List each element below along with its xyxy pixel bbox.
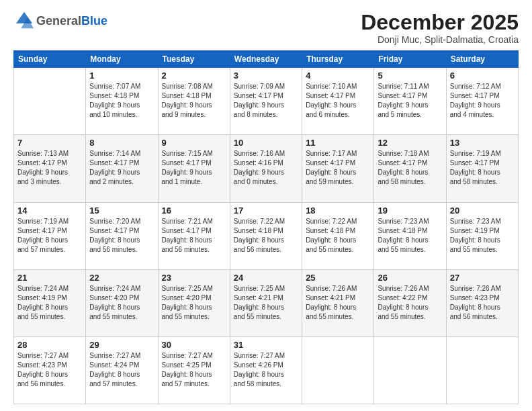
day-info: Sunrise: 7:17 AM Sunset: 4:17 PM Dayligh…: [306, 149, 370, 187]
day-info: Sunrise: 7:11 AM Sunset: 4:17 PM Dayligh…: [378, 82, 442, 120]
day-number: 14: [17, 205, 82, 216]
day-info: Sunrise: 7:26 AM Sunset: 4:22 PM Dayligh…: [378, 284, 442, 322]
day-info: Sunrise: 7:26 AM Sunset: 4:23 PM Dayligh…: [450, 284, 515, 322]
page: GeneralBlue December 2025 Donji Muc, Spl…: [0, 0, 532, 411]
calendar-cell: 14Sunrise: 7:19 AM Sunset: 4:17 PM Dayli…: [14, 202, 86, 269]
logo-blue: Blue: [81, 14, 107, 28]
calendar-cell: 5Sunrise: 7:11 AM Sunset: 4:17 PM Daylig…: [374, 68, 446, 135]
day-number: 11: [306, 138, 370, 148]
logo-icon: [15, 11, 34, 30]
calendar-cell: 27Sunrise: 7:26 AM Sunset: 4:23 PM Dayli…: [446, 269, 518, 336]
day-number: 16: [162, 205, 226, 216]
calendar-cell: 4Sunrise: 7:10 AM Sunset: 4:17 PM Daylig…: [302, 68, 374, 135]
day-info: Sunrise: 7:08 AM Sunset: 4:18 PM Dayligh…: [162, 82, 226, 120]
day-info: Sunrise: 7:24 AM Sunset: 4:19 PM Dayligh…: [17, 284, 82, 322]
day-info: Sunrise: 7:15 AM Sunset: 4:17 PM Dayligh…: [162, 149, 226, 187]
day-number: 7: [17, 138, 82, 148]
day-number: 30: [162, 340, 226, 350]
day-of-week-header: Thursday: [302, 51, 374, 68]
day-number: 17: [234, 205, 298, 216]
calendar-week-row: 21Sunrise: 7:24 AM Sunset: 4:19 PM Dayli…: [14, 269, 519, 336]
day-info: Sunrise: 7:22 AM Sunset: 4:18 PM Dayligh…: [234, 217, 298, 255]
month-title: December 2025: [361, 11, 519, 34]
calendar-cell: 30Sunrise: 7:27 AM Sunset: 4:25 PM Dayli…: [158, 336, 230, 404]
day-info: Sunrise: 7:16 AM Sunset: 4:16 PM Dayligh…: [234, 149, 298, 187]
day-number: 3: [234, 71, 298, 81]
day-info: Sunrise: 7:09 AM Sunset: 4:17 PM Dayligh…: [234, 82, 298, 120]
calendar-week-row: 7Sunrise: 7:13 AM Sunset: 4:17 PM Daylig…: [14, 135, 519, 202]
calendar-cell: 28Sunrise: 7:27 AM Sunset: 4:23 PM Dayli…: [14, 336, 86, 404]
day-info: Sunrise: 7:21 AM Sunset: 4:17 PM Dayligh…: [162, 217, 226, 255]
calendar-week-row: 14Sunrise: 7:19 AM Sunset: 4:17 PM Dayli…: [14, 202, 519, 269]
day-number: 18: [306, 205, 370, 216]
calendar-cell: 15Sunrise: 7:20 AM Sunset: 4:17 PM Dayli…: [86, 202, 158, 269]
calendar-cell: 18Sunrise: 7:22 AM Sunset: 4:18 PM Dayli…: [302, 202, 374, 269]
calendar-cell: [302, 336, 374, 404]
day-info: Sunrise: 7:07 AM Sunset: 4:18 PM Dayligh…: [89, 82, 154, 120]
svg-marker-0: [16, 12, 32, 24]
day-number: 28: [17, 340, 82, 350]
calendar-cell: 26Sunrise: 7:26 AM Sunset: 4:22 PM Dayli…: [374, 269, 446, 336]
calendar-cell: 12Sunrise: 7:18 AM Sunset: 4:17 PM Dayli…: [374, 135, 446, 202]
logo-general: General: [36, 14, 81, 28]
calendar-table: SundayMondayTuesdayWednesdayThursdayFrid…: [13, 50, 519, 404]
day-info: Sunrise: 7:19 AM Sunset: 4:17 PM Dayligh…: [450, 149, 515, 187]
day-number: 8: [89, 138, 154, 148]
calendar-cell: 16Sunrise: 7:21 AM Sunset: 4:17 PM Dayli…: [158, 202, 230, 269]
day-info: Sunrise: 7:19 AM Sunset: 4:17 PM Dayligh…: [17, 217, 82, 255]
logo: GeneralBlue: [13, 11, 107, 32]
day-number: 10: [234, 138, 298, 148]
day-info: Sunrise: 7:13 AM Sunset: 4:17 PM Dayligh…: [17, 149, 82, 187]
day-info: Sunrise: 7:24 AM Sunset: 4:20 PM Dayligh…: [89, 284, 154, 322]
day-number: 29: [89, 340, 154, 350]
day-info: Sunrise: 7:22 AM Sunset: 4:18 PM Dayligh…: [306, 217, 370, 255]
day-info: Sunrise: 7:23 AM Sunset: 4:18 PM Dayligh…: [378, 217, 442, 255]
day-number: 12: [378, 138, 442, 148]
day-info: Sunrise: 7:23 AM Sunset: 4:19 PM Dayligh…: [450, 217, 515, 255]
calendar-body: 1Sunrise: 7:07 AM Sunset: 4:18 PM Daylig…: [14, 68, 519, 404]
calendar-week-row: 1Sunrise: 7:07 AM Sunset: 4:18 PM Daylig…: [14, 68, 519, 135]
calendar-cell: 19Sunrise: 7:23 AM Sunset: 4:18 PM Dayli…: [374, 202, 446, 269]
calendar-week-row: 28Sunrise: 7:27 AM Sunset: 4:23 PM Dayli…: [14, 336, 519, 404]
calendar-cell: 20Sunrise: 7:23 AM Sunset: 4:19 PM Dayli…: [446, 202, 518, 269]
day-number: 5: [378, 71, 442, 81]
day-info: Sunrise: 7:26 AM Sunset: 4:21 PM Dayligh…: [306, 284, 370, 322]
day-of-week-header: Tuesday: [158, 51, 230, 68]
day-number: 21: [17, 273, 82, 283]
calendar-cell: 7Sunrise: 7:13 AM Sunset: 4:17 PM Daylig…: [14, 135, 86, 202]
calendar-cell: 1Sunrise: 7:07 AM Sunset: 4:18 PM Daylig…: [86, 68, 158, 135]
day-info: Sunrise: 7:27 AM Sunset: 4:23 PM Dayligh…: [17, 351, 82, 389]
day-number: 2: [162, 71, 226, 81]
day-number: 13: [450, 138, 515, 148]
calendar-cell: 17Sunrise: 7:22 AM Sunset: 4:18 PM Dayli…: [230, 202, 302, 269]
day-number: 25: [306, 273, 370, 283]
calendar-cell: 22Sunrise: 7:24 AM Sunset: 4:20 PM Dayli…: [86, 269, 158, 336]
day-of-week-header: Sunday: [14, 51, 86, 68]
day-number: 15: [89, 205, 154, 216]
header: GeneralBlue December 2025 Donji Muc, Spl…: [13, 11, 519, 45]
calendar-cell: 10Sunrise: 7:16 AM Sunset: 4:16 PM Dayli…: [230, 135, 302, 202]
calendar-cell: 21Sunrise: 7:24 AM Sunset: 4:19 PM Dayli…: [14, 269, 86, 336]
day-of-week-header: Saturday: [446, 51, 518, 68]
calendar-cell: 29Sunrise: 7:27 AM Sunset: 4:24 PM Dayli…: [86, 336, 158, 404]
calendar-cell: 11Sunrise: 7:17 AM Sunset: 4:17 PM Dayli…: [302, 135, 374, 202]
calendar-cell: 25Sunrise: 7:26 AM Sunset: 4:21 PM Dayli…: [302, 269, 374, 336]
calendar-cell: 24Sunrise: 7:25 AM Sunset: 4:21 PM Dayli…: [230, 269, 302, 336]
day-number: 1: [89, 71, 154, 81]
day-info: Sunrise: 7:27 AM Sunset: 4:24 PM Dayligh…: [89, 351, 154, 389]
day-number: 24: [234, 273, 298, 283]
day-info: Sunrise: 7:25 AM Sunset: 4:20 PM Dayligh…: [162, 284, 226, 322]
calendar-cell: [374, 336, 446, 404]
calendar-cell: 8Sunrise: 7:14 AM Sunset: 4:17 PM Daylig…: [86, 135, 158, 202]
day-number: 31: [234, 340, 298, 350]
day-of-week-header: Friday: [374, 51, 446, 68]
location: Donji Muc, Split-Dalmatia, Croatia: [361, 34, 519, 45]
day-info: Sunrise: 7:20 AM Sunset: 4:17 PM Dayligh…: [89, 217, 154, 255]
day-number: 19: [378, 205, 442, 216]
calendar-cell: 13Sunrise: 7:19 AM Sunset: 4:17 PM Dayli…: [446, 135, 518, 202]
day-info: Sunrise: 7:12 AM Sunset: 4:17 PM Dayligh…: [450, 82, 515, 120]
day-number: 27: [450, 273, 515, 283]
day-info: Sunrise: 7:14 AM Sunset: 4:17 PM Dayligh…: [89, 149, 154, 187]
day-number: 20: [450, 205, 515, 216]
calendar-cell: 6Sunrise: 7:12 AM Sunset: 4:17 PM Daylig…: [446, 68, 518, 135]
